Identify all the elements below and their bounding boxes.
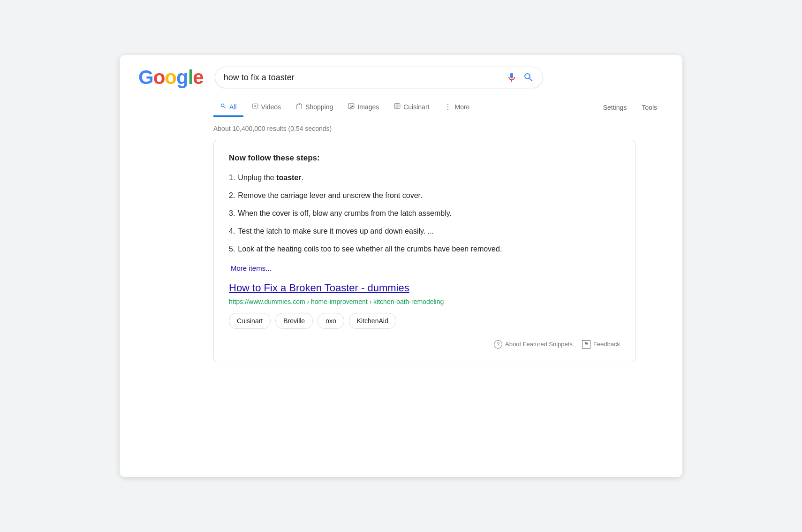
chip-oxo[interactable]: oxo <box>318 313 344 329</box>
tab-all[interactable]: All <box>213 98 243 117</box>
tab-news[interactable]: Cuisinart <box>387 98 436 117</box>
mic-icon[interactable] <box>506 72 517 83</box>
snippet-footer: ? About Featured Snippets ⚑ Feedback <box>229 336 620 349</box>
all-search-icon <box>220 103 227 111</box>
svg-marker-1 <box>254 105 256 107</box>
chip-breville[interactable]: Breville <box>275 313 313 329</box>
tab-more-label: More <box>454 103 469 111</box>
results-content: Now follow these steps: 1. Unplug the to… <box>120 140 682 381</box>
step-2-num: 2. <box>229 190 235 201</box>
step-2: 2. Remove the carriage lever and unscrew… <box>229 190 620 201</box>
images-icon <box>348 103 355 111</box>
step-1-num: 1. <box>229 172 235 183</box>
browser-window: Google <box>120 55 682 477</box>
related-chips: Cuisinart Breville oxo KitchenAid <box>229 313 620 329</box>
result-title-link[interactable]: How to Fix a Broken Toaster - dummies <box>229 281 620 295</box>
step-5-num: 5. <box>229 243 235 255</box>
more-dots-icon: ⋮ <box>444 103 452 111</box>
step-4: 4. Test the latch to make sure it moves … <box>229 226 620 237</box>
results-count: About 10,400,000 results (0.54 seconds) <box>213 125 332 132</box>
logo-letter-l: l <box>188 66 193 89</box>
google-logo: Google <box>138 66 204 89</box>
chip-cuisinart[interactable]: Cuisinart <box>229 313 271 329</box>
nav-right: Settings Tools <box>597 99 664 116</box>
svg-rect-2 <box>348 103 354 109</box>
tab-videos-label: Videos <box>261 103 281 111</box>
videos-icon <box>252 103 258 111</box>
steps-list: 1. Unplug the toaster. 2. Remove the car… <box>229 172 620 255</box>
logo-letter-o1: o <box>153 66 165 89</box>
logo-letter-g2: g <box>176 66 188 89</box>
feedback-icon: ⚑ <box>582 340 590 349</box>
tab-shopping[interactable]: Shopping <box>289 98 340 117</box>
logo-letter-g: G <box>138 66 153 89</box>
settings-link[interactable]: Settings <box>597 99 634 116</box>
step-3-num: 3. <box>229 208 235 219</box>
nav-tabs: All Videos Shopping Images <box>138 98 664 117</box>
google-header: Google <box>120 55 682 117</box>
step-4-text: Test the latch to make sure it moves up … <box>238 226 434 237</box>
tab-more[interactable]: ⋮ More <box>438 99 476 117</box>
tab-videos[interactable]: Videos <box>245 98 288 117</box>
step-5: 5. Look at the heating coils too to see … <box>229 243 620 255</box>
shopping-icon <box>296 103 303 111</box>
search-icon[interactable] <box>523 72 534 83</box>
tools-link[interactable]: Tools <box>635 99 664 116</box>
results-info: About 10,400,000 results (0.54 seconds) <box>120 117 682 140</box>
steps-title: Now follow these steps: <box>229 153 620 163</box>
step-3: 3. When the cover is off, blow any crumb… <box>229 208 620 219</box>
step-5-text: Look at the heating coils too to see whe… <box>238 243 502 255</box>
featured-snippet: Now follow these steps: 1. Unplug the to… <box>213 140 636 362</box>
about-snippets-link[interactable]: ? About Featured Snippets <box>494 340 573 349</box>
logo-letter-o2: o <box>165 66 176 89</box>
tab-images[interactable]: Images <box>341 98 386 117</box>
step-3-text: When the cover is off, blow any crumbs f… <box>238 208 452 219</box>
tab-news-label: Cuisinart <box>403 103 429 111</box>
more-items-link[interactable]: More items... <box>231 264 272 272</box>
search-icons <box>506 72 534 83</box>
step-1-text: Unplug the toaster. <box>238 172 303 183</box>
step-2-text: Remove the carriage lever and unscrew th… <box>238 190 422 201</box>
step-1: 1. Unplug the toaster. <box>229 172 620 183</box>
tab-shopping-label: Shopping <box>305 103 333 111</box>
svg-point-3 <box>350 105 351 106</box>
about-icon: ? <box>494 340 502 349</box>
feedback-label: Feedback <box>593 341 620 348</box>
tab-images-label: Images <box>357 103 379 111</box>
search-bar[interactable] <box>215 67 543 88</box>
tab-all-label: All <box>229 103 237 111</box>
logo-letter-e: e <box>193 66 203 89</box>
news-icon <box>394 103 401 111</box>
search-input[interactable] <box>224 73 501 83</box>
step-4-num: 4. <box>229 226 235 237</box>
chip-kitchenaid[interactable]: KitchenAid <box>349 313 396 329</box>
logo-search-row: Google <box>138 66 664 89</box>
feedback-link[interactable]: ⚑ Feedback <box>582 340 620 349</box>
result-url: https://www.dummies.com › home-improveme… <box>229 298 620 305</box>
about-snippets-label: About Featured Snippets <box>505 341 573 348</box>
